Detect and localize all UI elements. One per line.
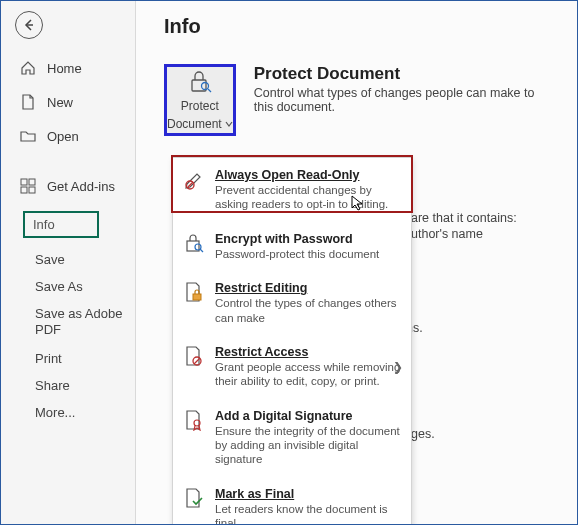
doc-no-icon bbox=[183, 345, 205, 367]
svg-rect-0 bbox=[21, 179, 27, 185]
menu-desc: Control the types of changes others can … bbox=[215, 296, 401, 325]
menu-title: Mark as Final bbox=[215, 487, 401, 501]
lock-search-icon bbox=[186, 69, 214, 95]
sidebar-item-info[interactable]: Info bbox=[23, 211, 99, 238]
sidebar-item-open[interactable]: Open bbox=[1, 119, 133, 153]
sidebar-label: New bbox=[47, 95, 73, 110]
menu-desc: Let readers know the document is final. bbox=[215, 502, 401, 525]
sidebar-label: Open bbox=[47, 129, 79, 144]
menu-title: Always Open Read-Only bbox=[215, 168, 401, 182]
pencil-no-icon bbox=[183, 168, 205, 190]
home-icon bbox=[19, 59, 37, 77]
doc-lock-icon bbox=[183, 281, 205, 303]
sidebar-item-save-adobe[interactable]: Save as Adobe PDF bbox=[1, 300, 133, 345]
menu-desc: Password-protect this document bbox=[215, 247, 379, 261]
sidebar-label: Info bbox=[33, 217, 55, 232]
menu-item-restrict-editing[interactable]: Restrict Editing Control the types of ch… bbox=[173, 271, 411, 335]
svg-point-5 bbox=[201, 83, 208, 90]
sidebar-item-more[interactable]: More... bbox=[1, 399, 133, 426]
obscured-text: ges. bbox=[411, 427, 435, 441]
sidebar-label: Get Add-ins bbox=[47, 179, 115, 194]
backstage-info-view: Home New Open Get Add-ins Info Save Save… bbox=[0, 0, 578, 525]
protect-document-menu: Always Open Read-Only Prevent accidental… bbox=[172, 157, 412, 525]
open-folder-icon bbox=[19, 127, 37, 145]
menu-item-final[interactable]: Mark as Final Let readers know the docum… bbox=[173, 477, 411, 525]
protect-document-button[interactable]: Protect Document bbox=[164, 64, 236, 136]
menu-desc: Grant people access while removing their… bbox=[215, 360, 401, 389]
section-title: Protect Document bbox=[254, 64, 557, 84]
menu-title: Restrict Editing bbox=[215, 281, 401, 295]
svg-rect-9 bbox=[193, 294, 201, 300]
chevron-down-icon bbox=[225, 120, 233, 128]
svg-rect-3 bbox=[29, 187, 35, 193]
back-arrow-icon bbox=[21, 17, 37, 33]
menu-item-restrict-access[interactable]: Restrict Access Grant people access whil… bbox=[173, 335, 411, 399]
sidebar: Home New Open Get Add-ins Info Save Save… bbox=[1, 51, 133, 426]
doc-ribbon-icon bbox=[183, 409, 205, 431]
protect-button-line2: Document bbox=[167, 117, 222, 131]
sidebar-item-save[interactable]: Save bbox=[1, 246, 133, 273]
menu-title: Restrict Access bbox=[215, 345, 401, 359]
doc-check-icon bbox=[183, 487, 205, 509]
menu-item-encrypt[interactable]: Encrypt with Password Password-protect t… bbox=[173, 222, 411, 271]
back-button[interactable] bbox=[15, 11, 43, 39]
svg-rect-1 bbox=[29, 179, 35, 185]
sidebar-item-share[interactable]: Share bbox=[1, 372, 133, 399]
addins-icon bbox=[19, 177, 37, 195]
svg-rect-2 bbox=[21, 187, 27, 193]
obscured-text: uthor's name bbox=[411, 227, 483, 241]
protect-button-line1: Protect bbox=[181, 99, 219, 113]
section-desc: Control what types of changes people can… bbox=[254, 86, 557, 114]
sidebar-item-print[interactable]: Print bbox=[1, 345, 133, 372]
sidebar-label: Home bbox=[47, 61, 82, 76]
sidebar-item-new[interactable]: New bbox=[1, 85, 133, 119]
chevron-right-icon: ❯ bbox=[393, 360, 403, 374]
obscured-text: are that it contains: bbox=[411, 211, 517, 225]
sidebar-item-addins[interactable]: Get Add-ins bbox=[1, 169, 133, 203]
menu-item-readonly[interactable]: Always Open Read-Only Prevent accidental… bbox=[173, 158, 411, 222]
menu-desc: Prevent accidental changes by asking rea… bbox=[215, 183, 401, 212]
menu-title: Encrypt with Password bbox=[215, 232, 379, 246]
menu-item-signature[interactable]: Add a Digital Signature Ensure the integ… bbox=[173, 399, 411, 477]
menu-desc: Ensure the integrity of the document by … bbox=[215, 424, 401, 467]
sidebar-item-home[interactable]: Home bbox=[1, 51, 133, 85]
lock-key-icon bbox=[183, 232, 205, 254]
menu-title: Add a Digital Signature bbox=[215, 409, 401, 423]
new-doc-icon bbox=[19, 93, 37, 111]
sidebar-item-saveas[interactable]: Save As bbox=[1, 273, 133, 300]
page-title: Info bbox=[164, 15, 557, 38]
